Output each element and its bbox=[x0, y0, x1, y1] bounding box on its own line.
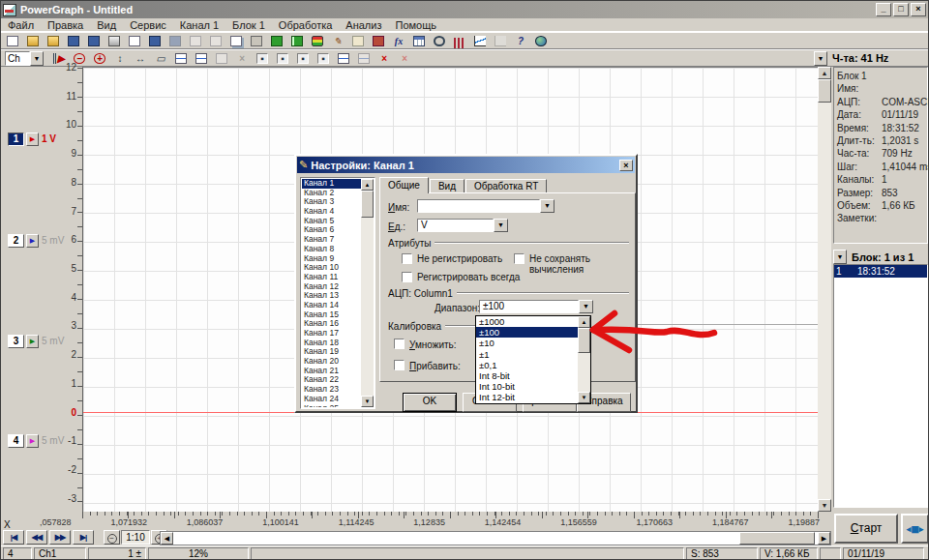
name-combo[interactable]: ▼ bbox=[417, 199, 554, 215]
scroll-right-icon[interactable]: ▶ bbox=[818, 532, 830, 545]
chevron-down-icon[interactable]: ▼ bbox=[579, 300, 593, 313]
prev-block-button[interactable]: ◀◀ bbox=[26, 530, 47, 545]
save-all-icon[interactable] bbox=[84, 33, 104, 48]
join-blocks2-icon[interactable] bbox=[354, 50, 374, 66]
delete-all-blocks-icon[interactable]: × bbox=[395, 50, 414, 66]
channel-combo[interactable]: Ch ▼ bbox=[5, 51, 44, 66]
range-option[interactable]: ±1 bbox=[476, 349, 578, 360]
menu-item[interactable]: Анализ bbox=[339, 19, 388, 31]
horizontal-scrollbar[interactable]: ◀ ▶ bbox=[160, 531, 831, 545]
erase-fragment-icon[interactable]: × bbox=[232, 50, 252, 66]
chevron-down-icon[interactable]: ▼ bbox=[494, 219, 508, 232]
register-always-checkbox[interactable] bbox=[402, 272, 412, 282]
channel-number[interactable]: 2 bbox=[8, 234, 24, 248]
scrollbar-thumb[interactable] bbox=[361, 191, 374, 218]
chevron-down-icon[interactable]: ▼ bbox=[814, 51, 827, 66]
record-icon[interactable] bbox=[287, 33, 307, 48]
envelope-icon[interactable] bbox=[348, 33, 368, 48]
delete-block-icon[interactable]: × bbox=[375, 50, 394, 66]
statistics-icon[interactable] bbox=[470, 33, 490, 48]
chevron-down-icon[interactable]: ▼ bbox=[30, 51, 44, 66]
channel-arrow-icon[interactable]: ▶ bbox=[26, 234, 39, 248]
range-option[interactable]: ±10 bbox=[476, 338, 578, 348]
dialog-titlebar[interactable]: ✎ Настройки: Канал 1 × bbox=[297, 157, 635, 173]
probe-icon[interactable] bbox=[247, 33, 266, 48]
menu-item[interactable]: Блок 1 bbox=[225, 19, 272, 31]
shift-channels-icon[interactable]: ↔ bbox=[131, 50, 150, 66]
copy-icon[interactable] bbox=[186, 33, 205, 48]
scroll-up-icon[interactable]: ▲ bbox=[361, 179, 374, 191]
channel-arrow-icon[interactable]: ▶ bbox=[26, 133, 39, 146]
menu-item[interactable]: Канал 1 bbox=[173, 19, 225, 31]
join-blocks-icon[interactable] bbox=[334, 50, 353, 66]
range-option[interactable]: ±1000 bbox=[476, 316, 578, 327]
channel-number[interactable]: 3 bbox=[8, 335, 24, 348]
about-icon[interactable] bbox=[531, 33, 551, 48]
block-prev-icon[interactable]: ▪ bbox=[273, 50, 292, 66]
range-value[interactable]: ±100 bbox=[479, 300, 579, 313]
block-last-icon[interactable]: ▪ bbox=[314, 50, 333, 66]
zoom-data-icon[interactable] bbox=[430, 33, 449, 48]
channel-list-scrollbar[interactable]: ▲ ▼ bbox=[361, 179, 374, 407]
range-option[interactable]: ±0,1 bbox=[476, 360, 578, 370]
next-block-button[interactable]: ▶▶ bbox=[49, 530, 71, 545]
save-icon[interactable] bbox=[64, 33, 83, 48]
channel-list-item[interactable]: Канал 25 bbox=[302, 404, 361, 408]
print-icon[interactable] bbox=[105, 33, 124, 48]
channel-number[interactable]: 1 bbox=[8, 133, 24, 146]
block-first-icon[interactable]: ▪ bbox=[253, 50, 272, 66]
last-block-button[interactable]: ▶| bbox=[73, 530, 94, 545]
print-preview-icon[interactable] bbox=[125, 33, 144, 48]
dialog-tab[interactable]: Общие bbox=[379, 177, 429, 193]
ok-button[interactable]: OK bbox=[403, 393, 457, 412]
scrollbar-thumb[interactable] bbox=[578, 328, 590, 353]
dialog-close-icon[interactable]: × bbox=[619, 160, 633, 171]
menu-item[interactable]: Вид bbox=[90, 19, 123, 31]
range-option[interactable]: Int 8-bit bbox=[476, 370, 578, 381]
scroll-up-icon[interactable]: ▲ bbox=[578, 316, 590, 328]
formula-icon[interactable]: fx bbox=[389, 33, 408, 48]
dialog-tab[interactable]: Обработка RT bbox=[465, 179, 547, 193]
channel-arrow-icon[interactable]: ▶ bbox=[26, 434, 39, 448]
device-button[interactable]: ◂▦▸ bbox=[901, 514, 929, 544]
range-combo[interactable]: ±100 ▼ bbox=[479, 300, 593, 315]
dropdown-scrollbar[interactable]: ▲ ▼ bbox=[578, 316, 590, 403]
first-block-button[interactable]: |◀ bbox=[3, 530, 24, 545]
menu-item[interactable]: Правка bbox=[41, 19, 90, 31]
no-save-calc-checkbox[interactable] bbox=[514, 253, 524, 264]
view-graph2-icon[interactable] bbox=[192, 50, 211, 66]
histogram-icon[interactable] bbox=[450, 33, 469, 48]
multiply-checkbox[interactable] bbox=[394, 339, 405, 349]
chevron-down-icon[interactable]: ▼ bbox=[540, 199, 554, 213]
split-channels-icon[interactable]: ↕ bbox=[110, 50, 130, 66]
minimize-button[interactable]: _ bbox=[876, 3, 891, 16]
name-value[interactable] bbox=[417, 199, 540, 213]
restore-block-icon[interactable] bbox=[165, 33, 185, 48]
restore-button[interactable]: □ bbox=[893, 3, 909, 16]
add-checkbox[interactable] bbox=[394, 360, 405, 370]
open-icon[interactable] bbox=[23, 33, 43, 48]
menu-item[interactable]: Сервис bbox=[123, 19, 173, 31]
range-option[interactable]: Int 12-bit bbox=[476, 392, 578, 402]
vertical-scrollbar[interactable]: ▲ ▼ bbox=[818, 67, 831, 512]
help-icon[interactable]: ? bbox=[511, 33, 530, 48]
scroll-up-icon[interactable]: ▲ bbox=[818, 67, 831, 79]
unit-combo[interactable]: V ▼ bbox=[417, 219, 508, 234]
scroll-down-icon[interactable]: ▼ bbox=[578, 392, 590, 403]
channel-number[interactable]: 4 bbox=[8, 434, 24, 448]
zoom-in-icon[interactable]: + bbox=[90, 50, 109, 66]
range-option[interactable]: Int 10-bit bbox=[476, 381, 578, 392]
scroll-down-icon[interactable]: ▼ bbox=[818, 499, 831, 512]
scrollbar-thumb[interactable] bbox=[739, 532, 815, 545]
menu-item[interactable]: Помощь bbox=[388, 19, 443, 31]
copy-special-icon[interactable] bbox=[206, 33, 225, 48]
close-button[interactable]: × bbox=[911, 3, 926, 16]
range-option[interactable]: ±100 bbox=[476, 327, 578, 338]
traffic-light-icon[interactable] bbox=[308, 33, 327, 48]
spectrum-icon[interactable] bbox=[491, 33, 510, 48]
store-block-icon[interactable] bbox=[145, 33, 165, 48]
view-graph-icon[interactable] bbox=[171, 50, 191, 66]
block-next-icon[interactable]: ▪ bbox=[293, 50, 313, 66]
scrollbar-thumb[interactable] bbox=[818, 79, 831, 103]
zoom-out-button[interactable]: − bbox=[104, 530, 120, 545]
